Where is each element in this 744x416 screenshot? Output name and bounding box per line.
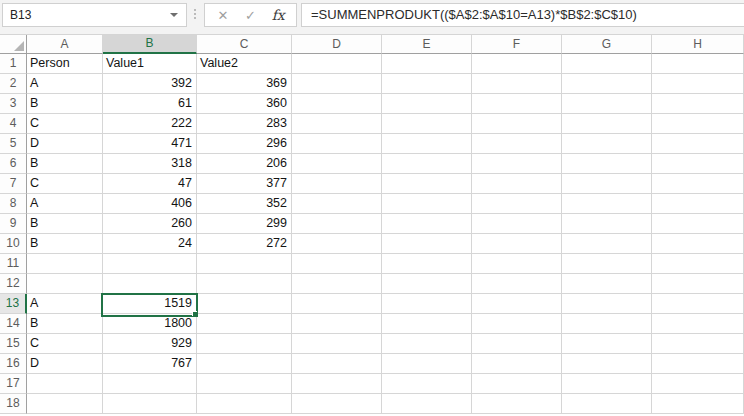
cell-F10[interactable] [472, 234, 562, 254]
cell-A6[interactable]: B [27, 154, 103, 174]
cell-G3[interactable] [562, 94, 652, 114]
column-header-H[interactable]: H [652, 35, 744, 54]
cell-G11[interactable] [562, 254, 652, 274]
cell-E16[interactable] [382, 354, 472, 374]
cell-G14[interactable] [562, 314, 652, 334]
cell-D8[interactable] [292, 194, 382, 214]
cell-F18[interactable] [472, 394, 562, 414]
cell-A3[interactable]: B [27, 94, 103, 114]
cell-F8[interactable] [472, 194, 562, 214]
column-header-F[interactable]: F [472, 35, 562, 54]
cell-D7[interactable] [292, 174, 382, 194]
cell-G13[interactable] [562, 294, 652, 314]
row-header-3[interactable]: 3 [0, 94, 27, 114]
cell-F4[interactable] [472, 114, 562, 134]
cell-H4[interactable] [652, 114, 744, 134]
cell-A5[interactable]: D [27, 134, 103, 154]
cell-E7[interactable] [382, 174, 472, 194]
cell-E3[interactable] [382, 94, 472, 114]
cell-H14[interactable] [652, 314, 744, 334]
cell-G4[interactable] [562, 114, 652, 134]
cell-C14[interactable] [197, 314, 292, 334]
cell-H9[interactable] [652, 214, 744, 234]
cell-G7[interactable] [562, 174, 652, 194]
row-header-15[interactable]: 15 [0, 334, 27, 354]
cell-B7[interactable]: 47 [103, 174, 197, 194]
cell-E5[interactable] [382, 134, 472, 154]
row-header-18[interactable]: 18 [0, 394, 27, 414]
cell-B2[interactable]: 392 [103, 74, 197, 94]
cell-F15[interactable] [472, 334, 562, 354]
cell-C13[interactable] [197, 294, 292, 314]
cell-H12[interactable] [652, 274, 744, 294]
cell-F14[interactable] [472, 314, 562, 334]
name-box-dropdown-icon[interactable] [170, 13, 178, 17]
row-header-7[interactable]: 7 [0, 174, 27, 194]
cell-E12[interactable] [382, 274, 472, 294]
cell-C17[interactable] [197, 374, 292, 394]
cell-E6[interactable] [382, 154, 472, 174]
cell-B14[interactable]: 1800 [103, 314, 197, 334]
row-header-2[interactable]: 2 [0, 74, 27, 94]
cell-A8[interactable]: A [27, 194, 103, 214]
cell-H8[interactable] [652, 194, 744, 214]
cell-C15[interactable] [197, 334, 292, 354]
cell-F2[interactable] [472, 74, 562, 94]
cell-G1[interactable] [562, 54, 652, 74]
cell-B9[interactable]: 260 [103, 214, 197, 234]
cell-B4[interactable]: 222 [103, 114, 197, 134]
column-header-B[interactable]: B [103, 35, 197, 54]
cell-A17[interactable] [27, 374, 103, 394]
column-header-A[interactable]: A [27, 35, 103, 54]
cell-B17[interactable] [103, 374, 197, 394]
cell-F9[interactable] [472, 214, 562, 234]
cell-A10[interactable]: B [27, 234, 103, 254]
cell-E1[interactable] [382, 54, 472, 74]
cell-G18[interactable] [562, 394, 652, 414]
cell-B3[interactable]: 61 [103, 94, 197, 114]
row-header-16[interactable]: 16 [0, 354, 27, 374]
cell-A4[interactable]: C [27, 114, 103, 134]
cell-A12[interactable] [27, 274, 103, 294]
cell-D3[interactable] [292, 94, 382, 114]
row-header-14[interactable]: 14 [0, 314, 27, 334]
cell-B8[interactable]: 406 [103, 194, 197, 214]
cell-E15[interactable] [382, 334, 472, 354]
cell-B10[interactable]: 24 [103, 234, 197, 254]
cell-F6[interactable] [472, 154, 562, 174]
cell-E8[interactable] [382, 194, 472, 214]
cell-A14[interactable]: B [27, 314, 103, 334]
column-header-E[interactable]: E [382, 35, 472, 54]
cell-D14[interactable] [292, 314, 382, 334]
cell-G16[interactable] [562, 354, 652, 374]
cell-E18[interactable] [382, 394, 472, 414]
cell-C16[interactable] [197, 354, 292, 374]
cell-H7[interactable] [652, 174, 744, 194]
cell-C12[interactable] [197, 274, 292, 294]
cell-B1[interactable]: Value1 [103, 54, 197, 74]
cell-F16[interactable] [472, 354, 562, 374]
cell-B12[interactable] [103, 274, 197, 294]
row-header-13[interactable]: 13 [0, 294, 27, 314]
cell-H10[interactable] [652, 234, 744, 254]
cell-D12[interactable] [292, 274, 382, 294]
cell-F7[interactable] [472, 174, 562, 194]
cell-E4[interactable] [382, 114, 472, 134]
cell-D15[interactable] [292, 334, 382, 354]
name-box[interactable]: B13 [2, 3, 187, 27]
column-header-C[interactable]: C [197, 35, 292, 54]
row-header-1[interactable]: 1 [0, 54, 27, 74]
cell-H15[interactable] [652, 334, 744, 354]
cell-H13[interactable] [652, 294, 744, 314]
insert-function-button[interactable]: fx [264, 6, 292, 24]
cell-D6[interactable] [292, 154, 382, 174]
cell-B15[interactable]: 929 [103, 334, 197, 354]
cell-A9[interactable]: B [27, 214, 103, 234]
cell-F5[interactable] [472, 134, 562, 154]
cell-B5[interactable]: 471 [103, 134, 197, 154]
cell-C6[interactable]: 206 [197, 154, 292, 174]
cell-D10[interactable] [292, 234, 382, 254]
cell-B16[interactable]: 767 [103, 354, 197, 374]
formula-bar-input[interactable]: =SUMMENPRODUKT(($A$2:$A$10=A13)*$B$2:$C$… [301, 3, 744, 27]
cell-E11[interactable] [382, 254, 472, 274]
